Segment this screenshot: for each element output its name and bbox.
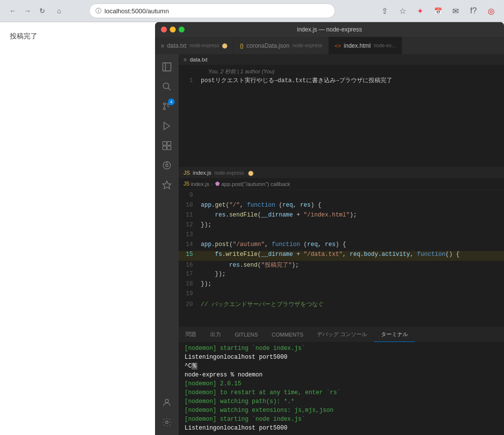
svg-point-4 — [163, 103, 165, 105]
top-editor-title: data.txt — [189, 57, 207, 62]
tab-index-html[interactable]: <> index.html node-ex... — [329, 37, 402, 54]
activity-bar: 4 — [155, 54, 179, 435]
activity-git[interactable]: 4 — [158, 97, 176, 115]
misc-icon[interactable]: ◎ — [484, 4, 498, 18]
activity-account[interactable] — [158, 394, 176, 411]
panel-tab-terminal[interactable]: ターミナル — [374, 327, 415, 342]
term-line-2: Listeningonlocalhost port5000 — [185, 354, 498, 363]
term-line-1: [nodemon] starting `node index.js` — [185, 345, 498, 354]
bottom-editor-modified: ⬤ — [248, 170, 253, 176]
tab-modified-data-txt: ⬤ — [222, 43, 227, 48]
term-line-6: [nodemon] to restart at any time, enter … — [185, 389, 498, 398]
activity-extensions[interactable] — [158, 137, 176, 155]
panel-tab-problems[interactable]: 問題 — [179, 327, 203, 342]
breadcrumb-function: ⬟ app.post("/autumn") callback — [215, 181, 290, 187]
pocket-icon[interactable]: ✦ — [413, 4, 427, 18]
window-controls — [161, 27, 185, 32]
svg-point-18 — [166, 421, 168, 424]
bottom-editor-title: index.js — [193, 170, 211, 176]
tab-label-index-html: index.html — [344, 42, 371, 49]
top-editor-icon: ≡ — [184, 57, 187, 62]
editor-area: ≡ data.txt You, 2 秒前 | 1 author (You) 1 … — [179, 54, 504, 435]
back-button[interactable]: ← — [6, 4, 20, 18]
vscode-main: 4 — [155, 54, 504, 435]
breadcrumb-file: JS index.js — [184, 181, 209, 187]
code-line-17: 17 }); — [179, 271, 504, 280]
panel-tab-debug[interactable]: デバッグ コンソール — [310, 327, 374, 342]
line-num-1: 1 — [179, 77, 201, 84]
tab-icon-corona-json: {} — [240, 43, 243, 49]
code-line-11: 11 res.sendFile(__dirname + "/index.html… — [179, 212, 504, 221]
calendar-icon[interactable]: 📅 — [431, 4, 445, 18]
code-line-20: 20 // バックエンドサーバーとブラウザをつなぐ — [179, 300, 504, 310]
security-icon: ⓘ — [95, 7, 101, 15]
browser-actions: ⇧ ☆ ✦ 📅 ✉ f? ◎ — [378, 4, 498, 18]
breadcrumb: JS index.js › ⬟ app.post("/autumn") call… — [179, 178, 504, 190]
activity-timeline[interactable] — [158, 156, 176, 174]
editor-top: ≡ data.txt You, 2 秒前 | 1 author (You) 1 … — [179, 54, 504, 167]
url-text: localhost:5000/autumn — [104, 7, 169, 15]
webpage-area: 投稿完了 — [0, 22, 155, 435]
term-line-4: node-express % nodemon — [185, 372, 498, 380]
svg-rect-9 — [163, 142, 167, 146]
term-line-9: [nodemon] starting `node index.js` — [185, 416, 498, 425]
svg-rect-11 — [163, 146, 167, 150]
activity-search[interactable] — [158, 78, 176, 95]
bookmark-icon[interactable]: ☆ — [396, 4, 410, 18]
editor-bottom: JS index.js node-express ⬤ JS index.js › — [179, 167, 504, 327]
code-line-16: 16 res.send("投稿完了"); — [179, 261, 504, 271]
term-line-7: [nodemon] watching path(s): *.* — [185, 398, 498, 407]
tab-data-txt[interactable]: ≡ data.txt node-express ⬤ — [155, 37, 234, 54]
share-icon[interactable]: ⇧ — [378, 4, 392, 18]
browser-chrome: ← → ↻ ⌂ ⓘ localhost:5000/autumn ⇧ ☆ ✦ 📅 … — [0, 0, 504, 22]
breadcrumb-sep-1: › — [211, 181, 213, 187]
term-line-3: ^C% — [185, 363, 498, 372]
code-line-18: 18 }); — [179, 280, 504, 290]
activity-run[interactable] — [158, 117, 176, 135]
terminal-content[interactable]: [nodemon] starting `node index.js` Liste… — [179, 342, 504, 435]
term-line-8: [nodemon] watching extensions: js,mjs,js… — [185, 407, 498, 416]
code-line-19: 19 — [179, 290, 504, 300]
code-line-13: 13 — [179, 231, 504, 241]
bottom-code-area[interactable]: 9 10 app.get("/", function (req, res) { … — [179, 190, 504, 327]
editor-header-bottom: JS index.js node-express ⬤ — [179, 167, 504, 178]
breadcrumb-file-label: index.js — [191, 181, 209, 187]
address-bar[interactable]: ⓘ localhost:5000/autumn — [89, 3, 335, 18]
code-line-10: 10 app.get("/", function (req, res) { — [179, 202, 504, 212]
tab-context-corona-json: node-express — [292, 43, 322, 48]
home-button[interactable]: ⌂ — [52, 4, 66, 18]
tab-context-data-txt: node-express — [189, 43, 220, 48]
font-icon[interactable]: f? — [467, 4, 480, 18]
bottom-panel: 問題 出力 GITLENS COMMENTS デバッグ コンソール ターミナル … — [179, 327, 504, 435]
maximize-button[interactable] — [179, 27, 185, 32]
close-button[interactable] — [161, 27, 167, 32]
page-content: 投稿完了 index.js — node-express ≡ data.txt … — [0, 22, 504, 435]
svg-point-14 — [166, 164, 168, 167]
activity-astronaut[interactable] — [158, 176, 176, 194]
tab-label-corona-json: coronaData.json — [247, 42, 289, 49]
tab-label-data-txt: data.txt — [167, 42, 186, 49]
window-title: index.js — node-express — [297, 26, 362, 33]
top-code-area: You, 2 秒前 | 1 author (You) 1 postリクエスト実行… — [179, 65, 504, 167]
activity-explorer[interactable] — [158, 58, 176, 76]
mail-icon[interactable]: ✉ — [449, 4, 463, 18]
panel-tab-comments[interactable]: COMMENTS — [265, 327, 310, 342]
activity-settings[interactable] — [158, 413, 176, 431]
tab-context-index-html: node-ex... — [374, 43, 395, 48]
minimize-button[interactable] — [170, 27, 176, 32]
tab-icon-index-html: <> — [335, 43, 341, 49]
svg-point-17 — [165, 399, 169, 403]
code-meta: You, 2 秒前 | 1 author (You) — [179, 67, 504, 76]
svg-marker-16 — [163, 181, 171, 189]
bottom-editor-context: node-express — [214, 170, 244, 176]
vscode-window: index.js — node-express ≡ data.txt node-… — [155, 22, 504, 435]
panel-tab-output[interactable]: 出力 — [203, 327, 228, 342]
panel-tab-gitlens[interactable]: GITLENS — [228, 327, 265, 342]
refresh-button[interactable]: ↻ — [35, 4, 49, 18]
forward-button[interactable]: → — [21, 4, 34, 18]
code-line-9: 9 — [179, 192, 504, 202]
tab-icon-data-txt: ≡ — [161, 43, 164, 49]
svg-point-6 — [163, 108, 165, 110]
tab-corona-json[interactable]: {} coronaData.json node-express — [234, 37, 328, 54]
code-line-12: 12 }); — [179, 221, 504, 231]
